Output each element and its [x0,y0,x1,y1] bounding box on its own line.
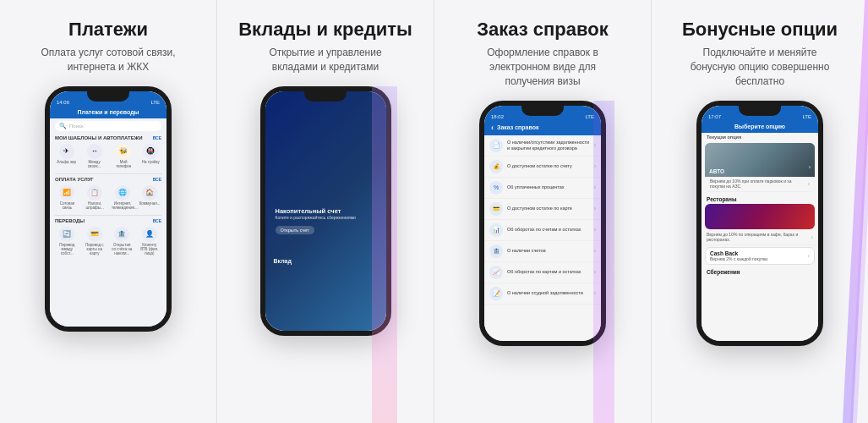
list-item[interactable]: 👤 Клиенту ВТБ (фил. лица) [139,227,161,256]
panel-certificates-title: Заказ справок [477,19,608,41]
label-utilities: Коммунал... [139,201,161,206]
list-item[interactable]: 📄 О наличии/отсутствии задолженности и з… [484,135,601,157]
rest-arrow-icon: › [811,234,813,240]
p4-rest-card[interactable] [705,204,815,229]
p1-all-btn-2[interactable]: ВСЕ [153,177,161,182]
list-item[interactable]: 💰 О доступном остатке по счету › [484,157,601,178]
back-icon[interactable]: ‹ [491,124,494,132]
phone-notch-3 [521,106,564,116]
list-item[interactable]: 🚇 На тройку [142,144,160,169]
p1-search[interactable]: 🔍 Поиск [55,121,161,131]
panel-bonus-subtitle: Подключайте и меняйте бонусную опцию сов… [684,46,836,88]
panel-certificates-subtitle: Оформление справок в электронном виде дл… [467,46,619,88]
card-savings-title: Накопительный счет [276,207,376,215]
list-item[interactable]: 🌐 Интернет, телевидение... [112,185,134,211]
cashback-sub: Вернем 2% с каждой покупки. [710,256,768,261]
icon-transfer1: 🔄 [59,227,74,242]
list-item[interactable]: ✈ Альфа эир [57,144,76,169]
divider-1 [55,173,161,174]
cert-text-5: Об оборотах по счетам и остатках [507,227,590,233]
phone-deposits: 14:08 LTE Витрина Цель для накопления уд… [254,86,397,423]
panel-payments-title: Платежи [68,19,148,41]
phone-bonus: 17:07 LTE Выберите опцию Текущая опция А… [688,101,832,423]
cert-text-1: О наличии/отсутствии задолженности и зак… [507,140,590,151]
list-item[interactable]: 📶 Сотовая связь [56,185,78,211]
label-card-transfer: Перевод с карты на карту [84,243,106,256]
label-taxes: Налоги, штрафы... [84,201,106,211]
arrow-icon-2: › [594,163,596,169]
arrow-icon-5: › [594,227,596,233]
signal-4: LTE [802,114,811,119]
list-item[interactable]: 💳 О доступном остатке по карте › [484,199,601,220]
auto-arrow-icon: › [809,164,811,170]
cert-icon-4: 💳 [489,202,503,216]
cert-text-8: О наличии ссудной задолженности [507,290,590,296]
phone-screen-1: 14:06 LTE Платежи и переводы 🔍 Поиск МОИ… [50,91,167,327]
phone-screen-2: 14:08 LTE Витрина Цель для накопления уд… [265,91,386,331]
icon-open-acc: 🏦 [114,227,129,242]
list-item[interactable]: 📊 Об оборотах по счетам и остатках › [484,220,601,241]
list-item[interactable]: 📋 Налоги, штрафы... [84,185,106,211]
cashback-title: Cash Back [710,250,768,256]
cert-icon-7: 📈 [489,266,503,279]
list-item[interactable]: 🏦 О наличии счетов › [484,241,601,262]
list-item[interactable]: 🏦 Открытие со счёта на накопи... [111,227,133,256]
list-item[interactable]: 🔄 Перевод между собст... [56,227,78,256]
phone-mockup-3: 18:02 LTE ‹ Заказ справок 📄 О наличии/от… [479,101,606,346]
list-item[interactable]: 🏠 Коммунал... [139,185,161,211]
cert-icon-6: 🏦 [489,244,503,258]
cashback-arrow-icon: › [808,253,810,259]
list-item[interactable]: ↔ Между своих... [84,144,106,169]
divider-2 [55,215,161,216]
phone-notch-4 [739,106,781,116]
cert-icon-8: 📝 [489,287,503,300]
p4-current-label: Текущая опция [701,133,818,141]
p1-section1-header: МОИ ШАБЛОНЫ И АВТОПЛАТЕЖИ ВСЕ [50,134,167,142]
panel-deposits-subtitle: Открытие и управление вкладами и кредита… [249,46,401,74]
list-item[interactable]: 📈 Об оборотах по картам и остатках › [484,262,601,283]
p4-auto-card[interactable]: АВТО › Вернем до 10% при оплате парковок… [705,143,815,192]
p1-all-btn-1[interactable]: ВСЕ [153,135,161,140]
cert-icon-3: % [489,181,503,195]
cashback-info: Cash Back Вернем 2% с каждой покупки. [710,250,768,261]
panel-payments: Платежи Оплата услуг сотовой связи, инте… [0,0,217,423]
cert-icon-2: 💰 [489,160,503,173]
label-alfa: Альфа эир [57,160,76,164]
label-open-acc: Открытие со счёта на накопи... [111,243,133,256]
signal-3: LTE [585,114,594,119]
auto-label: АВТО [709,168,724,174]
p4-cashback-section[interactable]: Cash Back Вернем 2% с каждой покупки. › [705,247,815,265]
p4-rest-desc-row: Вернем до 10% по операциям в кафе, барах… [701,230,818,245]
list-item[interactable]: 📝 О наличии ссудной задолженности › [484,283,601,305]
p1-section2-header: ОПЛАТА УСЛУГ ВСЕ [50,175,167,184]
panel-bonus: Бонусные опции Подключайте и меняйте бон… [652,0,868,423]
icon-vtb-client: 👤 [142,227,157,242]
cert-text-6: О наличии счетов [507,248,590,254]
icon-phone: 🐝 [116,144,131,159]
label-vtb-client: Клиенту ВТБ (фил. лица) [139,243,161,256]
list-item[interactable]: 💳 Перевод с карты на карту [84,227,106,256]
time-3: 18:02 [491,114,504,119]
p4-auto-img: АВТО › [705,143,815,177]
list-item[interactable]: 🐝 Мой телефон [112,144,134,169]
label-transfer1: Перевод между собст... [56,243,78,256]
time-4: 17:07 [708,114,721,119]
rest-desc: Вернем до 10% по операциям в кафе, барах… [707,232,809,243]
phone-mockup-1: 14:06 LTE Платежи и переводы 🔍 Поиск МОИ… [45,86,172,332]
accent-stripe-4 [838,0,868,423]
signal-1: LTE [150,100,160,105]
cert-text-7: Об оборотах по картам и остатках [507,269,590,275]
search-placeholder: Поиск [69,124,84,129]
arrow-icon-8: › [594,290,596,296]
arrow-icon-7: › [594,269,596,275]
p2-card-deposit[interactable]: Вклад [269,242,383,267]
phone-screen-3: 18:02 LTE ‹ Заказ справок 📄 О наличии/от… [484,106,601,341]
p1-icons-row-3: 🔄 Перевод между собст... 💳 Перевод с кар… [50,225,167,260]
arrow-icon-3: › [594,184,596,190]
phone-mockup-4: 17:07 LTE Выберите опцию Текущая опция А… [696,101,823,346]
p1-all-btn-3[interactable]: ВСЕ [153,218,161,223]
list-item[interactable]: % Об уплаченных процентах › [484,178,601,199]
label-cellular: Сотовая связь [56,201,78,211]
icon-metro: 🚇 [143,144,158,159]
card-savings-btn[interactable]: Открыть счет [276,226,314,234]
